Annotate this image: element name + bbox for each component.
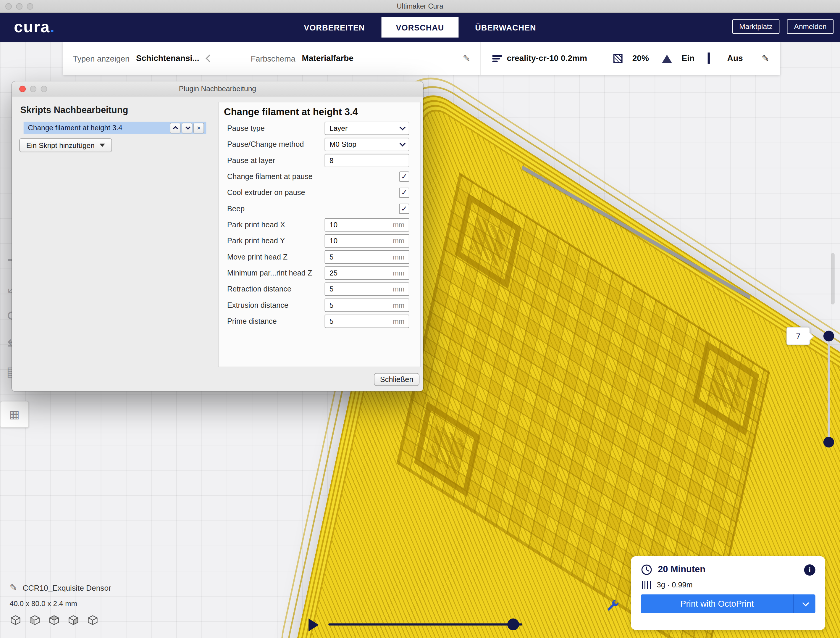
field-input[interactable]: 10mm (325, 234, 409, 247)
signin-button[interactable]: Anmelden (787, 19, 834, 34)
selected-script-row[interactable]: Change filament at height 3.4 × (24, 122, 207, 134)
print-with-octoprint-button[interactable]: Print with OctoPrint (641, 595, 815, 613)
marketplace-button[interactable]: Marktplatz (732, 19, 780, 34)
field-row: Pause/Change methodM0 Stop (219, 136, 420, 152)
field-checkbox[interactable]: ✓ (399, 203, 409, 213)
add-script-button[interactable]: Ein Skript hinzufügen (19, 138, 112, 152)
object-list-icon: ▦ (9, 408, 19, 421)
unit-label: mm (393, 301, 404, 309)
field-input[interactable]: 8 (325, 154, 409, 167)
field-input[interactable]: 5mm (325, 250, 409, 263)
field-row: Retraction distance5mm (219, 281, 420, 297)
close-dialog-button[interactable]: Schließen (374, 373, 419, 386)
field-row: Move print head Z5mm (219, 249, 420, 264)
dropdown-arrow-icon (99, 144, 105, 147)
unit-label: mm (393, 285, 404, 293)
move-script-up-button[interactable] (170, 122, 180, 133)
remove-script-button[interactable]: × (193, 122, 204, 133)
rename-object-icon[interactable]: ✎ (10, 582, 17, 593)
support-value[interactable]: Ein (682, 54, 695, 63)
window-titlebar: Ultimaker Cura (0, 0, 840, 13)
field-label: Prime distance (227, 317, 325, 325)
unit-label: mm (393, 237, 404, 245)
field-label: Pause/Change method (227, 140, 325, 149)
color-scheme-dropdown[interactable]: Materialfarbe (302, 54, 354, 63)
field-row: Cool extruder on pause✓ (219, 184, 420, 200)
view-3d-icon[interactable] (10, 614, 22, 626)
app-header: cura. VORBEREITEN VORSCHAU ÜBERWACHEN Ma… (0, 13, 840, 42)
material-usage: 3g · 0.99m (657, 581, 693, 589)
chevron-down-icon (399, 124, 406, 130)
view-left-icon[interactable] (68, 614, 79, 626)
view-right-icon[interactable] (87, 614, 98, 626)
field-row: Park print head X10mm (219, 217, 420, 233)
field-label: Park print head X (227, 220, 325, 229)
field-label: Move print head Z (227, 252, 325, 261)
field-row: Prime distance5mm (219, 313, 420, 329)
adjust-tool-icon[interactable] (606, 598, 620, 612)
script-settings-panel: Change filament at height 3.4 Pause type… (218, 102, 421, 367)
script-name: Change filament at height 3.4 (28, 124, 122, 132)
field-dropdown[interactable]: M0 Stop (325, 138, 409, 151)
field-checkbox[interactable]: ✓ (399, 171, 409, 181)
field-row: Extrusion distance5mm (219, 297, 420, 313)
view-type-label: Typen anzeigen (73, 54, 129, 63)
dialog-titlebar[interactable]: Plugin Nachbearbeitung (12, 81, 423, 97)
layer-slider-upper-handle[interactable] (823, 331, 834, 342)
main-tabs: VORBEREITEN VORSCHAU ÜBERWACHEN (0, 13, 840, 42)
object-list-panel[interactable]: ▦ (0, 401, 29, 428)
field-input[interactable]: 5mm (325, 298, 409, 312)
scripts-heading: Skripts Nachbearbeitung (21, 105, 128, 116)
edit-color-scheme-icon[interactable]: ✎ (463, 53, 470, 64)
view-type-dropdown[interactable]: Schichtenansi... (136, 54, 199, 63)
field-row: Minimum par...rint head Z25mm (219, 265, 420, 281)
field-input[interactable]: 5mm (325, 314, 409, 328)
script-settings-fields: Pause typeLayerPause/Change methodM0 Sto… (219, 120, 420, 329)
field-row: Pause typeLayer (219, 120, 420, 136)
object-info: ✎ CCR10_Exquisite Densor 40.0 x 80.0 x 2… (10, 582, 111, 608)
field-row: Pause at layer8 (219, 152, 420, 168)
scrollbar[interactable] (831, 253, 835, 304)
layer-slider-track[interactable] (827, 332, 830, 447)
tab-ueberwachen[interactable]: ÜBERWACHEN (461, 17, 550, 38)
app-window: Ultimaker Cura cura. VORBEREITEN VORSCHA… (0, 0, 840, 638)
print-settings-icon (492, 54, 502, 63)
window-title: Ultimaker Cura (0, 2, 840, 10)
tab-vorschau[interactable]: VORSCHAU (382, 17, 459, 38)
play-button[interactable] (308, 619, 319, 631)
path-slider-handle[interactable] (507, 619, 519, 630)
collapse-chevron-icon[interactable] (205, 55, 213, 62)
info-icon[interactable]: i (804, 564, 815, 575)
adhesion-icon (708, 54, 718, 63)
field-label: Retraction distance (227, 285, 325, 293)
edit-print-settings-icon[interactable]: ✎ (762, 53, 769, 64)
field-row: Beep✓ (219, 200, 420, 216)
object-dimensions: 40.0 x 80.0 x 2.4 mm (10, 600, 111, 608)
adhesion-value[interactable]: Aus (727, 54, 743, 63)
field-row: Park print head Y10mm (219, 233, 420, 249)
field-label: Cool extruder on pause (227, 188, 399, 197)
infill-value[interactable]: 20% (632, 54, 649, 63)
script-settings-heading: Change filament at height 3.4 (219, 102, 420, 120)
infill-icon (613, 54, 623, 63)
field-checkbox[interactable]: ✓ (399, 187, 409, 197)
view-top-icon[interactable] (48, 614, 60, 626)
printer-profile[interactable]: creality-cr-10 0.2mm (507, 54, 587, 63)
object-name: CCR10_Exquisite Densor (23, 583, 111, 592)
view-front-icon[interactable] (29, 614, 41, 626)
unit-label: mm (393, 317, 404, 325)
path-slider-track[interactable] (328, 623, 522, 625)
tab-vorbereiten[interactable]: VORBEREITEN (289, 17, 379, 38)
field-input[interactable]: 10mm (325, 218, 409, 231)
field-input[interactable]: 5mm (325, 282, 409, 296)
layer-number: 7 (796, 331, 801, 340)
dialog-title: Plugin Nachbearbeitung (12, 85, 423, 93)
print-options-dropdown[interactable] (794, 601, 815, 606)
field-label: Minimum par...rint head Z (227, 268, 325, 277)
layer-slider-lower-handle[interactable] (823, 437, 834, 447)
move-script-down-button[interactable] (182, 122, 192, 133)
field-input[interactable]: 25mm (325, 266, 409, 279)
unit-label: mm (393, 253, 404, 261)
field-dropdown[interactable]: Layer (325, 121, 409, 135)
clock-icon (641, 564, 652, 576)
